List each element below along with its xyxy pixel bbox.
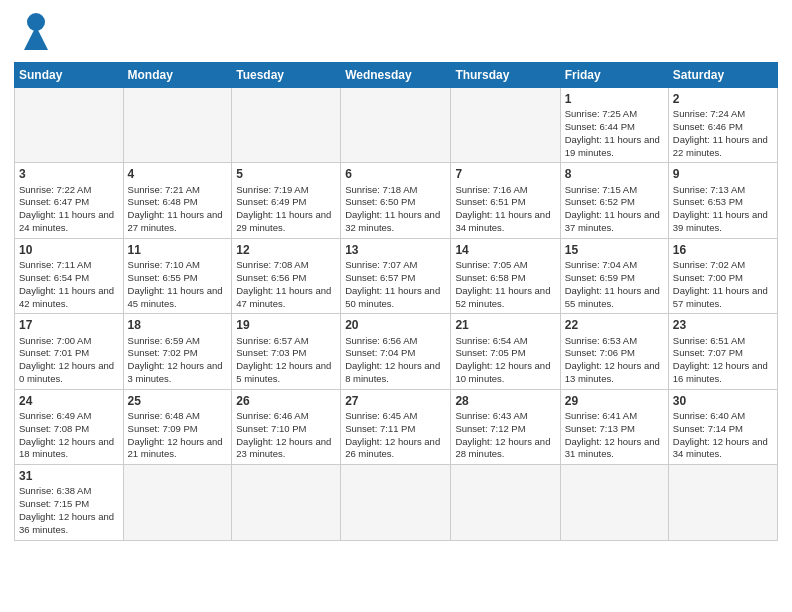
calendar-cell: 10Sunrise: 7:11 AM Sunset: 6:54 PM Dayli… <box>15 238 124 313</box>
day-of-week-header: Wednesday <box>341 63 451 88</box>
logo <box>14 10 64 54</box>
cell-day-number: 9 <box>673 166 773 182</box>
calendar-cell: 5Sunrise: 7:19 AM Sunset: 6:49 PM Daylig… <box>232 163 341 238</box>
cell-info: Sunrise: 6:40 AM Sunset: 7:14 PM Dayligh… <box>673 410 768 459</box>
cell-day-number: 2 <box>673 91 773 107</box>
cell-day-number: 16 <box>673 242 773 258</box>
cell-day-number: 14 <box>455 242 555 258</box>
cell-day-number: 26 <box>236 393 336 409</box>
cell-day-number: 1 <box>565 91 664 107</box>
cell-day-number: 17 <box>19 317 119 333</box>
cell-day-number: 19 <box>236 317 336 333</box>
cell-info: Sunrise: 7:00 AM Sunset: 7:01 PM Dayligh… <box>19 335 114 384</box>
cell-day-number: 5 <box>236 166 336 182</box>
calendar-cell: 30Sunrise: 6:40 AM Sunset: 7:14 PM Dayli… <box>668 389 777 464</box>
cell-day-number: 12 <box>236 242 336 258</box>
calendar-cell: 12Sunrise: 7:08 AM Sunset: 6:56 PM Dayli… <box>232 238 341 313</box>
cell-day-number: 15 <box>565 242 664 258</box>
cell-day-number: 28 <box>455 393 555 409</box>
calendar-cell: 25Sunrise: 6:48 AM Sunset: 7:09 PM Dayli… <box>123 389 232 464</box>
calendar-table: SundayMondayTuesdayWednesdayThursdayFrid… <box>14 62 778 541</box>
day-of-week-header: Saturday <box>668 63 777 88</box>
calendar-cell <box>341 465 451 540</box>
cell-day-number: 27 <box>345 393 446 409</box>
calendar-cell: 19Sunrise: 6:57 AM Sunset: 7:03 PM Dayli… <box>232 314 341 389</box>
calendar-cell <box>341 88 451 163</box>
cell-info: Sunrise: 6:56 AM Sunset: 7:04 PM Dayligh… <box>345 335 440 384</box>
calendar-cell <box>15 88 124 163</box>
calendar-cell: 31Sunrise: 6:38 AM Sunset: 7:15 PM Dayli… <box>15 465 124 540</box>
calendar-cell <box>232 465 341 540</box>
cell-info: Sunrise: 6:57 AM Sunset: 7:03 PM Dayligh… <box>236 335 331 384</box>
calendar-cell <box>123 465 232 540</box>
calendar-cell: 9Sunrise: 7:13 AM Sunset: 6:53 PM Daylig… <box>668 163 777 238</box>
calendar-cell: 7Sunrise: 7:16 AM Sunset: 6:51 PM Daylig… <box>451 163 560 238</box>
cell-info: Sunrise: 6:48 AM Sunset: 7:09 PM Dayligh… <box>128 410 223 459</box>
cell-info: Sunrise: 6:59 AM Sunset: 7:02 PM Dayligh… <box>128 335 223 384</box>
calendar-cell: 17Sunrise: 7:00 AM Sunset: 7:01 PM Dayli… <box>15 314 124 389</box>
cell-day-number: 7 <box>455 166 555 182</box>
cell-info: Sunrise: 6:53 AM Sunset: 7:06 PM Dayligh… <box>565 335 660 384</box>
calendar-cell <box>232 88 341 163</box>
calendar-cell: 23Sunrise: 6:51 AM Sunset: 7:07 PM Dayli… <box>668 314 777 389</box>
cell-day-number: 4 <box>128 166 228 182</box>
calendar-cell: 22Sunrise: 6:53 AM Sunset: 7:06 PM Dayli… <box>560 314 668 389</box>
calendar-cell: 14Sunrise: 7:05 AM Sunset: 6:58 PM Dayli… <box>451 238 560 313</box>
calendar-cell: 21Sunrise: 6:54 AM Sunset: 7:05 PM Dayli… <box>451 314 560 389</box>
page-header <box>14 10 778 54</box>
calendar-cell: 28Sunrise: 6:43 AM Sunset: 7:12 PM Dayli… <box>451 389 560 464</box>
cell-info: Sunrise: 7:08 AM Sunset: 6:56 PM Dayligh… <box>236 259 331 308</box>
cell-day-number: 8 <box>565 166 664 182</box>
cell-day-number: 3 <box>19 166 119 182</box>
cell-info: Sunrise: 6:38 AM Sunset: 7:15 PM Dayligh… <box>19 485 114 534</box>
svg-marker-1 <box>24 26 48 50</box>
calendar-cell: 24Sunrise: 6:49 AM Sunset: 7:08 PM Dayli… <box>15 389 124 464</box>
cell-info: Sunrise: 6:54 AM Sunset: 7:05 PM Dayligh… <box>455 335 550 384</box>
cell-day-number: 6 <box>345 166 446 182</box>
cell-day-number: 31 <box>19 468 119 484</box>
calendar-cell <box>560 465 668 540</box>
day-of-week-header: Monday <box>123 63 232 88</box>
cell-info: Sunrise: 7:18 AM Sunset: 6:50 PM Dayligh… <box>345 184 440 233</box>
calendar-cell: 16Sunrise: 7:02 AM Sunset: 7:00 PM Dayli… <box>668 238 777 313</box>
cell-day-number: 22 <box>565 317 664 333</box>
calendar-cell: 18Sunrise: 6:59 AM Sunset: 7:02 PM Dayli… <box>123 314 232 389</box>
cell-info: Sunrise: 7:15 AM Sunset: 6:52 PM Dayligh… <box>565 184 660 233</box>
calendar-cell: 3Sunrise: 7:22 AM Sunset: 6:47 PM Daylig… <box>15 163 124 238</box>
day-of-week-header: Thursday <box>451 63 560 88</box>
cell-day-number: 20 <box>345 317 446 333</box>
cell-info: Sunrise: 6:41 AM Sunset: 7:13 PM Dayligh… <box>565 410 660 459</box>
calendar-cell <box>451 88 560 163</box>
cell-info: Sunrise: 7:22 AM Sunset: 6:47 PM Dayligh… <box>19 184 114 233</box>
cell-day-number: 18 <box>128 317 228 333</box>
calendar-cell: 6Sunrise: 7:18 AM Sunset: 6:50 PM Daylig… <box>341 163 451 238</box>
calendar-cell: 26Sunrise: 6:46 AM Sunset: 7:10 PM Dayli… <box>232 389 341 464</box>
cell-day-number: 29 <box>565 393 664 409</box>
cell-info: Sunrise: 7:25 AM Sunset: 6:44 PM Dayligh… <box>565 108 660 157</box>
cell-info: Sunrise: 6:49 AM Sunset: 7:08 PM Dayligh… <box>19 410 114 459</box>
cell-info: Sunrise: 6:43 AM Sunset: 7:12 PM Dayligh… <box>455 410 550 459</box>
cell-day-number: 25 <box>128 393 228 409</box>
logo-icon <box>14 10 58 54</box>
calendar-cell: 13Sunrise: 7:07 AM Sunset: 6:57 PM Dayli… <box>341 238 451 313</box>
calendar-cell: 8Sunrise: 7:15 AM Sunset: 6:52 PM Daylig… <box>560 163 668 238</box>
cell-info: Sunrise: 6:51 AM Sunset: 7:07 PM Dayligh… <box>673 335 768 384</box>
cell-day-number: 21 <box>455 317 555 333</box>
cell-day-number: 24 <box>19 393 119 409</box>
calendar-cell: 27Sunrise: 6:45 AM Sunset: 7:11 PM Dayli… <box>341 389 451 464</box>
calendar-cell: 11Sunrise: 7:10 AM Sunset: 6:55 PM Dayli… <box>123 238 232 313</box>
calendar-cell: 15Sunrise: 7:04 AM Sunset: 6:59 PM Dayli… <box>560 238 668 313</box>
calendar-cell: 1Sunrise: 7:25 AM Sunset: 6:44 PM Daylig… <box>560 88 668 163</box>
cell-info: Sunrise: 7:21 AM Sunset: 6:48 PM Dayligh… <box>128 184 223 233</box>
calendar-cell: 4Sunrise: 7:21 AM Sunset: 6:48 PM Daylig… <box>123 163 232 238</box>
cell-info: Sunrise: 7:19 AM Sunset: 6:49 PM Dayligh… <box>236 184 331 233</box>
cell-info: Sunrise: 7:02 AM Sunset: 7:00 PM Dayligh… <box>673 259 768 308</box>
cell-day-number: 13 <box>345 242 446 258</box>
cell-info: Sunrise: 6:46 AM Sunset: 7:10 PM Dayligh… <box>236 410 331 459</box>
cell-day-number: 23 <box>673 317 773 333</box>
cell-day-number: 10 <box>19 242 119 258</box>
calendar-cell <box>451 465 560 540</box>
cell-info: Sunrise: 7:04 AM Sunset: 6:59 PM Dayligh… <box>565 259 660 308</box>
cell-info: Sunrise: 7:16 AM Sunset: 6:51 PM Dayligh… <box>455 184 550 233</box>
cell-info: Sunrise: 7:13 AM Sunset: 6:53 PM Dayligh… <box>673 184 768 233</box>
